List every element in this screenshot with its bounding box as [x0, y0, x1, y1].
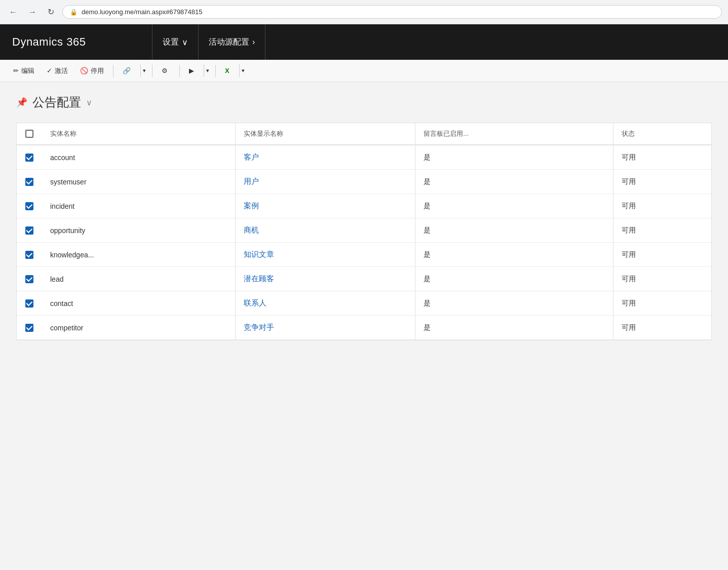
status-value: 可用: [622, 153, 636, 161]
data-table: 实体名称 实体显示名称 留言板已启用... 状态 account客户是可用sys…: [17, 123, 711, 340]
row-checkbox[interactable]: [25, 154, 33, 162]
edit-button[interactable]: ✏ 编辑: [8, 63, 40, 79]
row-checkbox[interactable]: [25, 178, 33, 186]
entity-name-text: competitor: [50, 324, 83, 332]
display-name-link[interactable]: 潜在顾客: [244, 274, 274, 283]
display-name-cell: 知识文章: [235, 243, 415, 267]
display-name-cell: 用户: [235, 170, 415, 194]
deactivate-button[interactable]: 🚫 停用: [75, 63, 109, 79]
entity-name-text: contact: [50, 299, 73, 308]
address-bar[interactable]: 🔒 demo.luoyong.me/main.aspx#679874815: [62, 5, 722, 19]
row-checkbox-cell: [17, 291, 42, 316]
status-cell: 可用: [613, 145, 711, 170]
table-row: systemuser用户是可用: [17, 170, 711, 194]
send-link-icon: 🔗: [123, 67, 131, 74]
row-checkbox[interactable]: [25, 275, 33, 283]
run-report-button[interactable]: ▶: [184, 64, 202, 78]
excel-template-button[interactable]: X: [220, 64, 237, 78]
activate-label: 激活: [55, 66, 68, 75]
entity-name-cell: incident: [42, 194, 235, 218]
deactivate-icon: 🚫: [80, 67, 88, 74]
run-workflow-icon: ⚙: [162, 67, 168, 74]
toolbar-separator-2: [152, 65, 152, 77]
status-cell: 可用: [613, 194, 711, 218]
run-report-dropdown[interactable]: ▾: [204, 64, 211, 77]
table-body: account客户是可用systemuser用户是可用incident案例是可用…: [17, 145, 711, 340]
header-message-board: 留言板已启用...: [415, 123, 613, 145]
nav-settings[interactable]: 设置 ∨: [152, 24, 199, 60]
display-name-link[interactable]: 案例: [244, 201, 259, 210]
refresh-button[interactable]: ↻: [45, 5, 57, 19]
header-entity-display-name: 实体显示名称: [235, 123, 415, 145]
row-checkbox[interactable]: [25, 251, 33, 259]
excel-template-dropdown[interactable]: ▾: [239, 64, 247, 77]
header-checkbox-col: [17, 123, 42, 145]
status-cell: 可用: [613, 291, 711, 316]
table-row: incident案例是可用: [17, 194, 711, 218]
entity-name-cell: systemuser: [42, 170, 235, 194]
nav-settings-chevron: ∨: [182, 37, 188, 47]
send-link-dropdown[interactable]: ▾: [140, 64, 148, 77]
forward-button[interactable]: →: [25, 6, 40, 19]
display-name-link[interactable]: 知识文章: [244, 250, 274, 258]
display-name-link[interactable]: 用户: [244, 177, 259, 185]
status-cell: 可用: [613, 316, 711, 340]
table-row: competitor竞争对手是可用: [17, 316, 711, 340]
display-name-link[interactable]: 联系人: [244, 298, 266, 307]
url-text: demo.luoyong.me/main.aspx#679874815: [82, 8, 203, 16]
page-title-chevron[interactable]: ∨: [86, 98, 92, 107]
entity-name-text: lead: [50, 275, 63, 283]
back-button[interactable]: ←: [6, 6, 20, 19]
select-all-checkbox[interactable]: [25, 130, 33, 138]
message-board-value: 是: [424, 153, 431, 161]
message-board-value: 是: [424, 226, 431, 234]
status-value: 可用: [622, 275, 636, 283]
row-checkbox[interactable]: [25, 324, 33, 332]
table-header: 实体名称 实体显示名称 留言板已启用... 状态: [17, 123, 711, 145]
message-board-value: 是: [424, 323, 431, 331]
display-name-cell: 竞争对手: [235, 316, 415, 340]
row-checkbox-cell: [17, 267, 42, 291]
entity-name-cell: contact: [42, 291, 235, 316]
entity-name-text: systemuser: [50, 178, 87, 186]
message-board-cell: 是: [415, 194, 613, 218]
table-row: opportunity商机是可用: [17, 218, 711, 243]
send-link-button[interactable]: 🔗: [118, 64, 138, 78]
entity-name-cell: account: [42, 145, 235, 170]
message-board-value: 是: [424, 275, 431, 283]
page-title-row: 📌 公告配置 ∨: [16, 94, 712, 110]
header-nav: 设置 ∨ 活动源配置 ›: [152, 24, 265, 60]
entity-name-text: knowledgea...: [50, 251, 94, 259]
activate-button[interactable]: ✓ 激活: [42, 63, 73, 79]
app-header: Dynamics 365 设置 ∨ 活动源配置 ›: [0, 24, 728, 60]
nav-activity-source[interactable]: 活动源配置 ›: [199, 24, 265, 60]
table-container: 实体名称 实体显示名称 留言板已启用... 状态 account客户是可用sys…: [16, 123, 712, 340]
row-checkbox[interactable]: [25, 202, 33, 210]
entity-name-text: incident: [50, 202, 74, 210]
message-board-value: 是: [424, 177, 431, 185]
message-board-cell: 是: [415, 243, 613, 267]
row-checkbox-cell: [17, 316, 42, 340]
display-name-cell: 客户: [235, 145, 415, 170]
row-checkbox[interactable]: [25, 299, 33, 308]
status-cell: 可用: [613, 267, 711, 291]
display-name-cell: 潜在顾客: [235, 267, 415, 291]
entity-name-cell: opportunity: [42, 218, 235, 243]
row-checkbox[interactable]: [25, 226, 33, 235]
app-title[interactable]: Dynamics 365: [0, 35, 152, 49]
toolbar-separator-4: [215, 65, 216, 77]
page-title: 公告配置: [32, 94, 81, 110]
row-checkbox-cell: [17, 218, 42, 243]
run-workflow-button[interactable]: ⚙: [157, 64, 175, 78]
toolbar-separator-3: [179, 65, 180, 77]
activate-icon: ✓: [47, 67, 52, 74]
table-row: contact联系人是可用: [17, 291, 711, 316]
display-name-link[interactable]: 客户: [244, 153, 259, 161]
display-name-link[interactable]: 竞争对手: [244, 323, 274, 331]
table-row: account客户是可用: [17, 145, 711, 170]
browser-bar: ← → ↻ 🔒 demo.luoyong.me/main.aspx#679874…: [0, 0, 728, 24]
message-board-value: 是: [424, 299, 431, 307]
table-row: lead潜在顾客是可用: [17, 267, 711, 291]
nav-activity-source-chevron: ›: [252, 37, 255, 47]
display-name-link[interactable]: 商机: [244, 225, 259, 234]
